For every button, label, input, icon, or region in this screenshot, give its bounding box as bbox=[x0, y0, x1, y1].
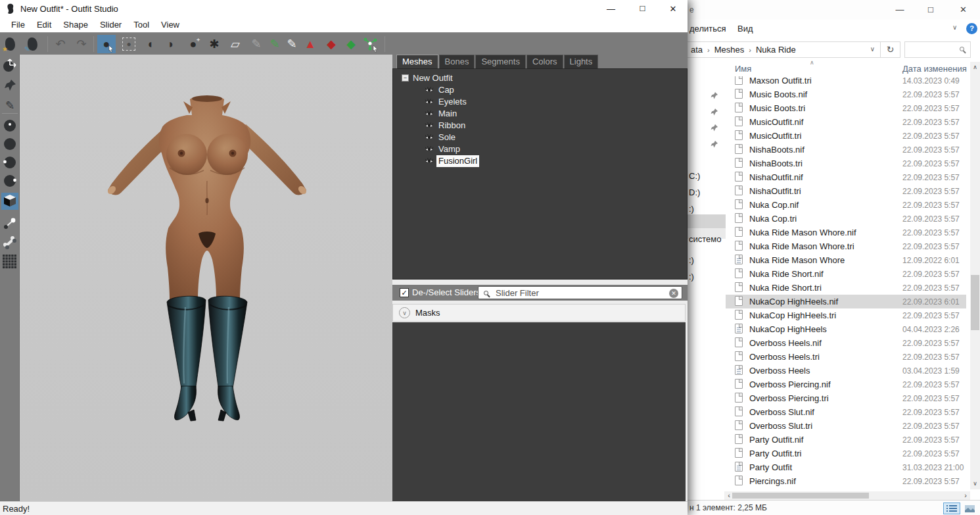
scroll-down-icon[interactable]: ∨ bbox=[970, 478, 980, 489]
scroll-right-icon[interactable]: › bbox=[961, 491, 970, 500]
file-row[interactable]: Overboss Heels.nif22.09.2023 5:57 bbox=[726, 336, 966, 350]
inflate-brush-icon[interactable]: ● bbox=[97, 35, 116, 53]
slider-filter-box[interactable]: ✕ bbox=[478, 286, 682, 299]
nav-item-fragment[interactable]: :) bbox=[689, 272, 694, 282]
file-row[interactable]: Music Boots.nif22.09.2023 5:57 bbox=[726, 87, 966, 101]
breadcrumb-segment[interactable]: Meshes bbox=[714, 45, 745, 55]
tree-item-vamp[interactable]: Vamp bbox=[393, 143, 687, 155]
menu-view[interactable]: View bbox=[155, 18, 185, 30]
explorer-maximize-button[interactable]: ☐ bbox=[915, 0, 946, 20]
menu-tool[interactable]: Tool bbox=[128, 18, 155, 30]
scroll-up-icon[interactable]: ∧ bbox=[970, 62, 980, 73]
outfit-studio-titlebar[interactable]: New Outfit* - Outfit Studio — ☐ ✕ bbox=[0, 0, 688, 18]
vertex-edit-icon[interactable] bbox=[1, 216, 18, 233]
explorer-minimize-button[interactable]: — bbox=[885, 0, 915, 20]
nav-item-fragment[interactable]: D:) bbox=[689, 187, 700, 197]
ribbon-tab-view[interactable]: Вид bbox=[737, 24, 753, 34]
file-row[interactable]: Overboss Heels.tri22.09.2023 5:57 bbox=[726, 350, 966, 364]
visibility-eye-icon[interactable] bbox=[425, 145, 434, 153]
pin-vertex-icon[interactable] bbox=[1, 78, 18, 95]
tree-item-ribbon[interactable]: Ribbon bbox=[393, 120, 687, 132]
breadcrumb-segment[interactable]: ata bbox=[691, 45, 703, 55]
masks-chevron-icon[interactable]: ∨ bbox=[399, 307, 410, 318]
grid-texture-icon[interactable] bbox=[1, 255, 18, 272]
masks-section-header[interactable]: ∨ Masks bbox=[392, 304, 686, 322]
menu-slider[interactable]: Slider bbox=[94, 18, 128, 30]
visibility-eye-icon[interactable] bbox=[425, 157, 434, 165]
file-row[interactable]: Nuka Ride Mason Whore.tri22.09.2023 5:57 bbox=[726, 239, 966, 253]
file-row[interactable]: NishaOutfit.nif22.09.2023 5:57 bbox=[726, 170, 966, 184]
file-row[interactable]: NishaOutfit.tri22.09.2023 5:57 bbox=[726, 184, 966, 198]
visibility-eye-icon[interactable] bbox=[425, 134, 434, 141]
column-header-date[interactable]: Дата изменения bbox=[902, 64, 967, 74]
nav-item-fragment[interactable]: C:) bbox=[689, 171, 700, 181]
file-row[interactable]: Maxson Outfit.tri14.03.2023 0:49 bbox=[726, 76, 966, 87]
help-icon[interactable]: ? bbox=[966, 23, 977, 34]
file-row[interactable]: MusicOutfit.tri22.09.2023 5:57 bbox=[726, 129, 966, 143]
menu-file[interactable]: File bbox=[5, 18, 31, 30]
file-row[interactable]: Overboss Slut.nif22.09.2023 5:57 bbox=[726, 405, 966, 419]
explorer-search-box[interactable] bbox=[904, 41, 971, 58]
file-row[interactable]: NukaCop HighHeels04.04.2023 2:26 bbox=[726, 322, 966, 336]
file-row[interactable]: Nuka Cop.tri22.09.2023 5:57 bbox=[726, 212, 966, 226]
pin-icon[interactable] bbox=[710, 91, 718, 99]
pin-icon[interactable] bbox=[710, 107, 718, 116]
ribbon-collapse-icon[interactable]: ∨ bbox=[952, 24, 957, 31]
address-dropdown-icon[interactable]: ∨ bbox=[870, 45, 875, 53]
tree-root-new-outfit[interactable]: −New Outfit bbox=[393, 72, 687, 84]
alpha-brush-icon[interactable]: ✎ bbox=[266, 35, 284, 53]
move-brush-icon[interactable]: ◗ bbox=[162, 35, 180, 53]
sort-ascending-icon[interactable]: ∧ bbox=[810, 59, 814, 66]
load-outfit-icon[interactable]: ★ bbox=[1, 35, 20, 53]
horizontal-scroll-thumb[interactable] bbox=[732, 493, 869, 499]
deselect-sliders-checkbox[interactable]: ✓ bbox=[400, 288, 409, 297]
mask-brush-icon[interactable]: ● bbox=[120, 35, 138, 53]
filter-clear-icon[interactable]: ✕ bbox=[669, 289, 678, 298]
horizontal-scrollbar[interactable]: ‹ › bbox=[724, 491, 970, 500]
file-row[interactable]: Nuka Ride Short.tri22.09.2023 5:57 bbox=[726, 281, 966, 295]
menu-edit[interactable]: Edit bbox=[31, 18, 57, 30]
nav-item-fragment[interactable]: :) bbox=[689, 255, 694, 265]
weight-brush-icon[interactable]: ✱ bbox=[205, 35, 223, 53]
tab-bones[interactable]: Bones bbox=[439, 55, 475, 68]
file-row[interactable]: NishaBoots.tri22.09.2023 5:57 bbox=[726, 157, 966, 170]
file-row[interactable]: Piercings.nif22.09.2023 5:57 bbox=[726, 474, 966, 488]
tree-item-eyelets[interactable]: Eyelets bbox=[393, 96, 687, 108]
transform-view-icon[interactable] bbox=[1, 57, 18, 74]
file-row[interactable]: Party Outfit.tri22.09.2023 5:57 bbox=[726, 447, 966, 460]
file-row[interactable]: Nuka Cop.nif22.09.2023 5:57 bbox=[726, 198, 966, 212]
solid-circle-brush-icon[interactable] bbox=[1, 136, 18, 153]
undo-icon[interactable]: ↶ bbox=[51, 35, 70, 53]
tree-item-main[interactable]: Main bbox=[393, 108, 687, 120]
redo-icon[interactable]: ↷ bbox=[72, 35, 91, 53]
explorer-titlebar[interactable]: e — ☐ ✕ bbox=[688, 0, 980, 20]
pin-icon[interactable] bbox=[710, 139, 718, 148]
explorer-close-button[interactable]: ✕ bbox=[946, 0, 980, 20]
flip-edge-icon[interactable]: ◆ bbox=[322, 35, 340, 53]
tree-item-fusiongirl[interactable]: FusionGirl bbox=[393, 155, 687, 167]
load-reference-icon[interactable]: ✎ bbox=[24, 35, 42, 53]
file-row[interactable]: Party Outfit.nif22.09.2023 5:57 bbox=[726, 433, 966, 447]
maximize-button[interactable]: ☐ bbox=[626, 0, 659, 18]
breadcrumb-segment[interactable]: Nuka Ride bbox=[756, 45, 796, 55]
deflate-brush-icon[interactable]: ◖ bbox=[141, 35, 159, 53]
file-row[interactable]: Music Boots.tri22.09.2023 5:57 bbox=[726, 101, 966, 115]
visibility-eye-icon[interactable] bbox=[425, 110, 434, 118]
explorer-search-input[interactable] bbox=[907, 43, 958, 56]
file-row[interactable]: Nuka Ride Mason Whore.nif22.09.2023 5:57 bbox=[726, 226, 966, 239]
tree-item-cap[interactable]: Cap bbox=[393, 84, 687, 96]
collision-brush-icon[interactable]: ▲ bbox=[301, 35, 319, 53]
tree-item-sole[interactable]: Sole bbox=[393, 132, 687, 143]
file-row[interactable]: Overboss Piercing.tri22.09.2023 5:57 bbox=[726, 391, 966, 405]
close-button[interactable]: ✕ bbox=[659, 0, 688, 18]
address-bar[interactable]: ata›Meshes›Nuka Ride ∨ bbox=[688, 41, 881, 58]
file-row[interactable]: MusicOutfit.nif22.09.2023 5:57 bbox=[726, 115, 966, 129]
cube-view-icon[interactable] bbox=[1, 193, 18, 210]
bone-node-icon[interactable] bbox=[362, 35, 380, 53]
right-dot-brush-icon[interactable] bbox=[1, 173, 18, 190]
smooth-brush-icon[interactable]: ●＋ bbox=[184, 35, 202, 53]
thumbnail-view-button[interactable] bbox=[962, 503, 977, 514]
inner-dot-brush-icon[interactable] bbox=[1, 118, 18, 135]
tab-colors[interactable]: Colors bbox=[526, 55, 563, 68]
file-row[interactable]: Overboss Piercing.nif22.09.2023 5:57 bbox=[726, 378, 966, 391]
